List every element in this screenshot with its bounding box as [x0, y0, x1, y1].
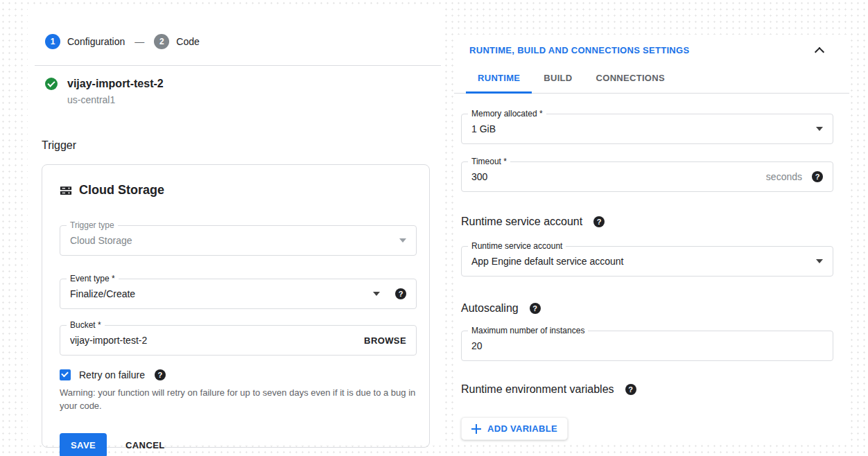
cloud-storage-icon: [60, 184, 72, 197]
runtime-service-account-value: App Engine default service account: [471, 256, 816, 267]
bucket-input[interactable]: [70, 335, 364, 346]
timeout-field: Timeout * seconds: [461, 161, 833, 192]
trigger-card: Cloud Storage Trigger type Cloud Storage…: [42, 164, 430, 448]
trigger-type-value: Cloud Storage: [70, 235, 399, 246]
event-type-value: Finalize/Create: [70, 288, 373, 299]
memory-allocated-value: 1 GiB: [471, 123, 816, 134]
function-region: us-central1: [67, 94, 441, 105]
add-variable-label: ADD VARIABLE: [487, 423, 557, 434]
step-separator: —: [134, 36, 144, 47]
success-check-icon: [45, 78, 58, 90]
settings-tabs: RUNTIME BUILD CONNECTIONS: [466, 67, 849, 94]
max-instances-label: Maximum number of instances: [468, 326, 588, 335]
event-type-help-icon[interactable]: [395, 288, 406, 299]
bucket-field: Bucket * BROWSE: [60, 325, 417, 356]
collapse-chevron-icon[interactable]: [815, 46, 824, 56]
trigger-type-label: Trigger type: [67, 220, 118, 230]
bucket-label: Bucket *: [67, 320, 105, 330]
configuration-panel: 1 Configuration — 2 Code vijay-import-te…: [28, 8, 441, 446]
event-type-select[interactable]: Event type * Finalize/Create: [60, 279, 417, 309]
save-button[interactable]: SAVE: [60, 433, 107, 456]
memory-allocated-select[interactable]: Memory allocated * 1 GiB: [461, 114, 833, 144]
trigger-section-title: Trigger: [42, 139, 441, 152]
event-type-label: Event type *: [67, 274, 119, 283]
trigger-card-title: Cloud Storage: [79, 183, 164, 198]
step-1-circle[interactable]: 1: [45, 34, 60, 49]
step-2-label[interactable]: Code: [176, 36, 199, 47]
runtime-service-account-title: Runtime service account: [461, 216, 582, 228]
divider: [35, 65, 441, 66]
step-1-label[interactable]: Configuration: [67, 36, 125, 47]
dropdown-arrow-icon: [399, 238, 406, 243]
autoscaling-title: Autoscaling: [461, 302, 519, 315]
settings-section-title[interactable]: RUNTIME, BUILD AND CONNECTIONS SETTINGS: [469, 45, 689, 55]
dropdown-arrow-icon: [816, 127, 823, 131]
runtime-settings-panel: RUNTIME, BUILD AND CONNECTIONS SETTINGS …: [454, 35, 849, 444]
timeout-input[interactable]: [471, 171, 766, 182]
retry-label: Retry on failure: [79, 369, 145, 380]
env-variables-help-icon[interactable]: [625, 384, 636, 395]
runtime-service-account-select[interactable]: Runtime service account App Engine defau…: [461, 246, 833, 277]
timeout-unit: seconds: [766, 171, 802, 182]
step-2-circle[interactable]: 2: [154, 34, 169, 49]
add-variable-button[interactable]: ADD VARIABLE: [461, 417, 568, 440]
tab-build[interactable]: BUILD: [532, 67, 584, 94]
memory-allocated-label: Memory allocated *: [468, 109, 546, 119]
retry-warning-text: Warning: your function will retry on fai…: [60, 386, 417, 412]
timeout-help-icon[interactable]: [812, 171, 823, 182]
trigger-type-select[interactable]: Trigger type Cloud Storage: [60, 225, 417, 256]
dropdown-arrow-icon: [816, 259, 823, 263]
tab-runtime[interactable]: RUNTIME: [466, 67, 532, 94]
autoscaling-help-icon[interactable]: [530, 303, 541, 314]
retry-help-icon[interactable]: [155, 369, 166, 380]
plus-icon: [471, 424, 481, 434]
max-instances-field: Maximum number of instances: [461, 331, 833, 361]
runtime-service-account-help-icon[interactable]: [593, 216, 605, 227]
timeout-label: Timeout *: [468, 157, 510, 166]
cancel-button[interactable]: CANCEL: [125, 440, 165, 450]
max-instances-input[interactable]: [471, 340, 823, 351]
stepper: 1 Configuration — 2 Code: [45, 34, 441, 49]
runtime-service-account-label: Runtime service account: [468, 241, 566, 251]
dropdown-arrow-icon: [373, 292, 380, 296]
function-name: vijay-import-test-2: [67, 78, 164, 90]
browse-button[interactable]: BROWSE: [364, 335, 406, 346]
tab-connections[interactable]: CONNECTIONS: [584, 67, 677, 94]
retry-checkbox[interactable]: [60, 369, 71, 380]
env-variables-title: Runtime environment variables: [461, 383, 614, 396]
